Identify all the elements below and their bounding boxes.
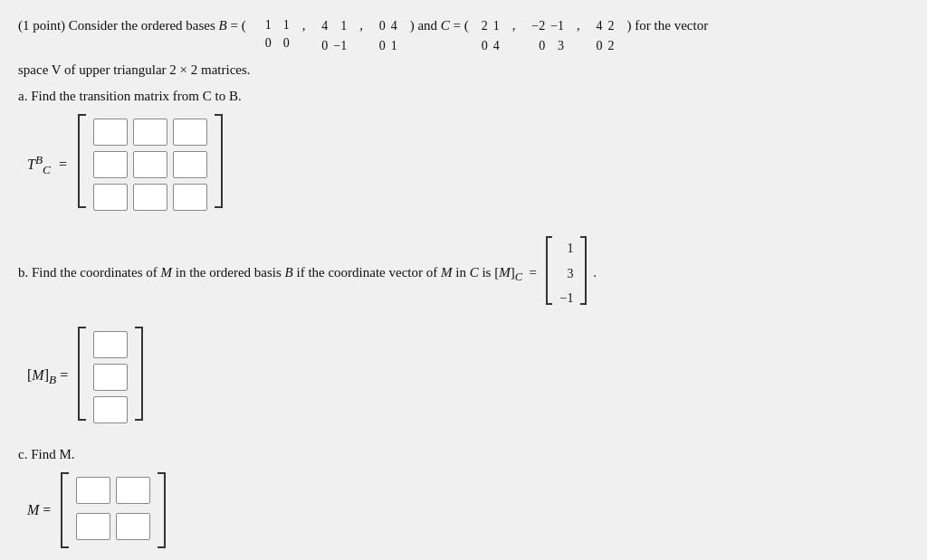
tc-b-label: TBC =	[27, 153, 68, 177]
mc-left-bracket	[543, 234, 556, 307]
mc-right-bracket	[577, 234, 589, 307]
mb-r1[interactable]	[93, 331, 128, 358]
tc-b-r2c2[interactable]	[133, 151, 167, 178]
m-r1c1[interactable]	[76, 477, 110, 504]
tc-b-r2c3[interactable]	[173, 151, 207, 178]
mc-v2: 3	[562, 263, 573, 285]
mb-left-bracket	[75, 324, 90, 423]
tc-b-r2c1[interactable]	[93, 151, 128, 178]
tc-b-r3c3[interactable]	[173, 184, 207, 211]
tc-b-r1c3[interactable]	[173, 119, 207, 146]
space-description: space V of upper triangular 2 × 2 matric…	[18, 62, 909, 78]
problem-header: (1 point) Consider the ordered bases B =…	[18, 14, 909, 59]
mb-r2[interactable]	[93, 364, 128, 391]
m-label: M =	[27, 502, 51, 518]
m-r2c2[interactable]	[116, 513, 150, 540]
mb-input-container	[75, 324, 146, 431]
m-left-bracket	[58, 470, 72, 551]
b-matrix-3: 04 01	[367, 14, 410, 59]
m-matrix-container	[58, 470, 168, 551]
tc-b-input-grid	[90, 111, 211, 218]
c-matrix-3: 42 02	[584, 14, 627, 59]
m-r1c2[interactable]	[116, 477, 150, 504]
c-matrix-2: −2−1 03	[519, 14, 577, 59]
mc-v3: −1	[559, 288, 573, 309]
part-a-label: a. Find the transition matrix from C to …	[18, 89, 909, 104]
part-c-label: c. Find M.	[18, 447, 909, 462]
header-prefix: (1 point) Consider the ordered bases	[18, 14, 215, 36]
tc-b-r3c1[interactable]	[93, 184, 128, 211]
part-b-section: b. Find the coordinates of M in the orde…	[18, 234, 909, 431]
tc-b-r3c2[interactable]	[133, 184, 167, 211]
b-matrix-1: 11 00	[246, 14, 302, 53]
b-label: B	[219, 14, 227, 36]
part-c-section: c. Find M. M =	[18, 447, 909, 551]
m-r2c1[interactable]	[76, 513, 110, 540]
b-matrix-2: 41 0−1	[309, 14, 359, 59]
mc-v1: 1	[562, 238, 573, 260]
c-matrix-1: 21 04	[469, 14, 512, 59]
right-bracket-svg	[211, 111, 225, 211]
mb-r3[interactable]	[93, 396, 128, 423]
tc-b-r1c2[interactable]	[133, 119, 167, 146]
tc-b-r1c1[interactable]	[93, 119, 128, 146]
mb-input-grid	[90, 324, 131, 431]
mb-right-bracket	[131, 324, 146, 423]
tc-b-matrix-container	[75, 111, 225, 218]
mc-vector: 1 3 −1	[543, 234, 589, 313]
c-label: C	[441, 14, 450, 36]
left-bracket-svg	[75, 111, 90, 211]
mb-label: [M]B =	[27, 367, 68, 387]
part-b-label: b. Find the coordinates of M in the orde…	[18, 234, 909, 313]
for-vector-text: for the vector	[635, 14, 708, 36]
m-input-grid	[72, 470, 154, 551]
m-right-bracket	[154, 470, 168, 551]
part-a-section: a. Find the transition matrix from C to …	[18, 89, 909, 218]
